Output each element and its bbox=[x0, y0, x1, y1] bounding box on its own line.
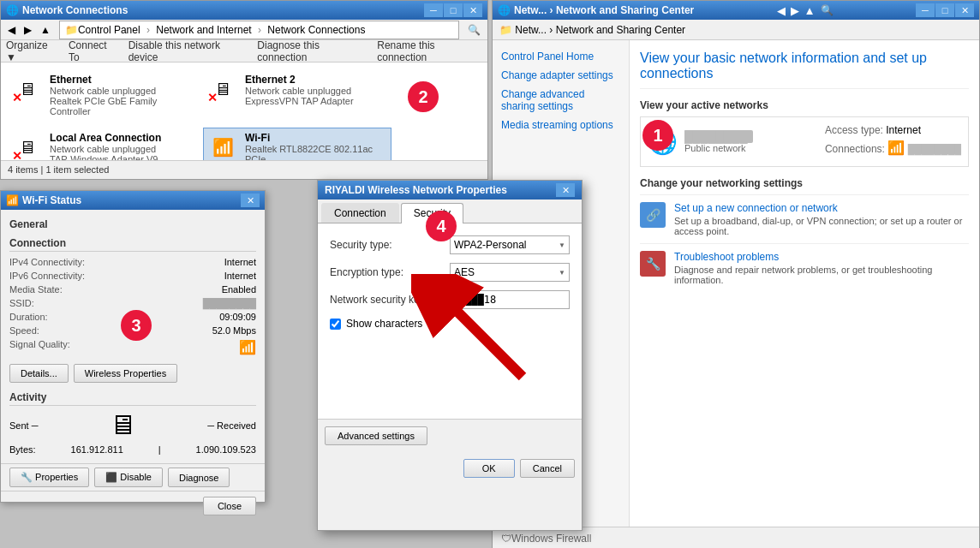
tab-connection[interactable]: Connection bbox=[321, 203, 399, 223]
disable-btn[interactable]: ⬛ Disable bbox=[94, 468, 163, 487]
access-info: Access type: Internet Connections: 📶 ███… bbox=[825, 124, 961, 159]
encryption-type-select[interactable]: AES bbox=[450, 263, 570, 282]
sent-label: Sent ─ bbox=[9, 420, 38, 431]
wp-body: Security type: WPA2-Personal Encryption … bbox=[318, 223, 582, 419]
connections-icon: 📶 bbox=[887, 140, 905, 155]
control-panel-home-link[interactable]: Control Panel Home bbox=[493, 47, 629, 66]
sc-search-icon[interactable]: 🔍 bbox=[821, 4, 834, 16]
active-network-row: 🌐 ████████ Public network Access type: I… bbox=[640, 116, 969, 167]
local-area-disconnect-icon: ✕ bbox=[12, 149, 22, 160]
nc-up-btn[interactable]: ▲ bbox=[37, 22, 54, 38]
connections-label: Connections: bbox=[825, 143, 885, 155]
sc-titlebar: 🌐 Netw... › Network and Sharing Center ◀… bbox=[493, 1, 979, 20]
sc-address: Netw... › Network and Sharing Center bbox=[514, 4, 694, 16]
nc-forward-btn[interactable]: ▶ bbox=[21, 22, 35, 38]
ws-media-label: Media State: bbox=[9, 284, 63, 295]
troubleshoot-item: 🔧 Troubleshoot problems Diagnose and rep… bbox=[640, 243, 969, 292]
sc-back-btn[interactable]: ◀ bbox=[777, 4, 786, 17]
rename-btn[interactable]: Rename this connection bbox=[377, 39, 482, 63]
change-adapter-link[interactable]: Change adapter settings bbox=[493, 66, 629, 85]
diagnose-btn-ws[interactable]: Diagnose bbox=[168, 468, 230, 487]
ws-ipv4-label: IPv4 Connectivity: bbox=[9, 257, 85, 267]
show-characters-label: Show characters bbox=[346, 318, 422, 330]
nc-minimize-btn[interactable]: ─ bbox=[424, 3, 443, 17]
advanced-settings-btn[interactable]: Advanced settings bbox=[325, 426, 427, 445]
setup-connection-icon: 🔗 bbox=[640, 202, 666, 228]
change-advanced-sharing-link[interactable]: Change advanced sharing settings bbox=[493, 85, 629, 116]
ethernet-item[interactable]: 🖥 ✕ Ethernet Network cable unplugged Rea… bbox=[8, 69, 196, 121]
access-type-label: Access type: bbox=[825, 124, 883, 136]
details-btn[interactable]: Details... bbox=[9, 364, 69, 383]
ws-ipv6-label: IPv6 Connectivity: bbox=[9, 271, 85, 281]
diagnose-btn[interactable]: Diagnose this connection bbox=[257, 39, 367, 63]
sc-maximize-btn[interactable]: □ bbox=[935, 3, 954, 17]
nc-status-bar: 4 items | 1 item selected bbox=[1, 160, 487, 177]
sc-close-btn[interactable]: ✕ bbox=[955, 3, 974, 17]
ethernet2-item[interactable]: 🖥 ✕ Ethernet 2 Network cable unplugged E… bbox=[203, 69, 391, 121]
ws-speed-val: 52.0 Mbps bbox=[212, 325, 256, 336]
folder-icon: 📁 bbox=[65, 24, 78, 36]
sc-minimize-btn[interactable]: ─ bbox=[916, 3, 935, 17]
network-key-label: Network security key bbox=[330, 294, 430, 306]
firewall-text: Windows Firewall bbox=[511, 533, 591, 545]
ws-title-text: Wi-Fi Status bbox=[22, 194, 81, 206]
ethernet-name: Ethernet bbox=[50, 74, 192, 86]
wp-footer-bottom: OK Cancel bbox=[318, 452, 582, 485]
sc-up-btn[interactable]: ▲ bbox=[804, 4, 816, 17]
nc-back-btn[interactable]: ◀ bbox=[4, 22, 19, 38]
ws-duration-val: 09:09:09 bbox=[219, 312, 256, 322]
ws-ipv6-val: Internet bbox=[224, 271, 256, 281]
pipe-sep: | bbox=[158, 444, 161, 455]
connections-list: 🖥 ✕ Ethernet Network cable unplugged Rea… bbox=[1, 63, 487, 160]
security-type-select[interactable]: WPA2-Personal bbox=[450, 235, 570, 254]
ws-ipv6-row: IPv6 Connectivity: Internet bbox=[9, 269, 256, 283]
wifi-item[interactable]: 📶 Wi-Fi Realtek RTL8822CE 802.11ac PCIe … bbox=[203, 128, 391, 160]
troubleshoot-link[interactable]: Troubleshoot problems bbox=[674, 251, 969, 263]
cancel-btn[interactable]: Cancel bbox=[520, 459, 575, 478]
ok-btn[interactable]: OK bbox=[463, 459, 515, 478]
firewall-icon: 🛡 bbox=[501, 533, 511, 545]
sc-address-bar: 📁 Netw... › Network and Sharing Center bbox=[493, 20, 979, 40]
setup-connection-item: 🔗 Set up a new connection or network Set… bbox=[640, 194, 969, 243]
ws-duration-label: Duration: bbox=[9, 312, 48, 322]
ws-title-icon: 📶 bbox=[6, 194, 19, 206]
nc-close-btn[interactable]: ✕ bbox=[463, 3, 482, 17]
sent-bytes: 161.912.811 bbox=[71, 444, 123, 455]
access-type-value: Internet bbox=[886, 124, 921, 136]
connections-value: ████████ bbox=[908, 144, 961, 154]
properties-btn[interactable]: 🔧 Properties bbox=[9, 468, 89, 487]
network-name: ████████ bbox=[684, 130, 753, 143]
sc-forward-btn[interactable]: ▶ bbox=[791, 4, 799, 17]
ws-media-val: Enabled bbox=[222, 284, 256, 295]
ws-titlebar: 📶 Wi-Fi Status ✕ bbox=[1, 191, 265, 210]
ws-close-button[interactable]: Close bbox=[203, 497, 256, 515]
security-type-value: WPA2-Personal bbox=[454, 239, 526, 251]
ws-ipv4-row: IPv4 Connectivity: Internet bbox=[9, 255, 256, 269]
encryption-type-row: Encryption type: AES bbox=[330, 263, 570, 282]
ethernet2-desc2: ExpressVPN TAP Adapter bbox=[245, 96, 354, 106]
wp-close-btn[interactable]: ✕ bbox=[556, 183, 575, 197]
wifi-icon: 📶 bbox=[207, 132, 238, 160]
setup-connection-link[interactable]: Set up a new connection or network bbox=[674, 202, 969, 214]
ws-ssid-label: SSID: bbox=[9, 298, 34, 308]
signal-bars-icon: 📶 bbox=[239, 340, 256, 354]
nc-title-icon: 🌐 bbox=[6, 4, 19, 16]
organize-btn[interactable]: Organize ▼ bbox=[6, 39, 58, 63]
active-networks-header: View your active networks bbox=[640, 99, 969, 111]
local-area-item[interactable]: 🖥 ✕ Local Area Connection Network cable … bbox=[8, 128, 196, 160]
activity-row: Sent ─ 🖥 ─ Received bbox=[9, 409, 256, 441]
disable-device-btn[interactable]: Disable this network device bbox=[128, 39, 248, 63]
connect-to-btn[interactable]: Connect To bbox=[69, 39, 118, 63]
wp-titlebar: RIYALDI Wireless Network Properties ✕ bbox=[318, 181, 582, 200]
show-characters-checkbox[interactable] bbox=[330, 319, 341, 330]
media-streaming-link[interactable]: Media streaming options bbox=[493, 116, 629, 134]
ws-ipv4-val: Internet bbox=[224, 257, 256, 267]
nc-status-text: 4 items | 1 item selected bbox=[8, 164, 109, 175]
network-key-row: Network security key bbox=[330, 290, 570, 309]
wifi-desc1: Realtek RTL8822CE 802.11ac PCIe ... bbox=[245, 144, 387, 160]
ws-close-btn[interactable]: ✕ bbox=[241, 194, 260, 207]
wireless-properties-btn[interactable]: Wireless Properties bbox=[74, 364, 177, 383]
network-key-input[interactable] bbox=[430, 290, 570, 309]
nc-search-btn[interactable]: 🔍 bbox=[464, 22, 484, 38]
nc-maximize-btn[interactable]: □ bbox=[444, 3, 463, 17]
